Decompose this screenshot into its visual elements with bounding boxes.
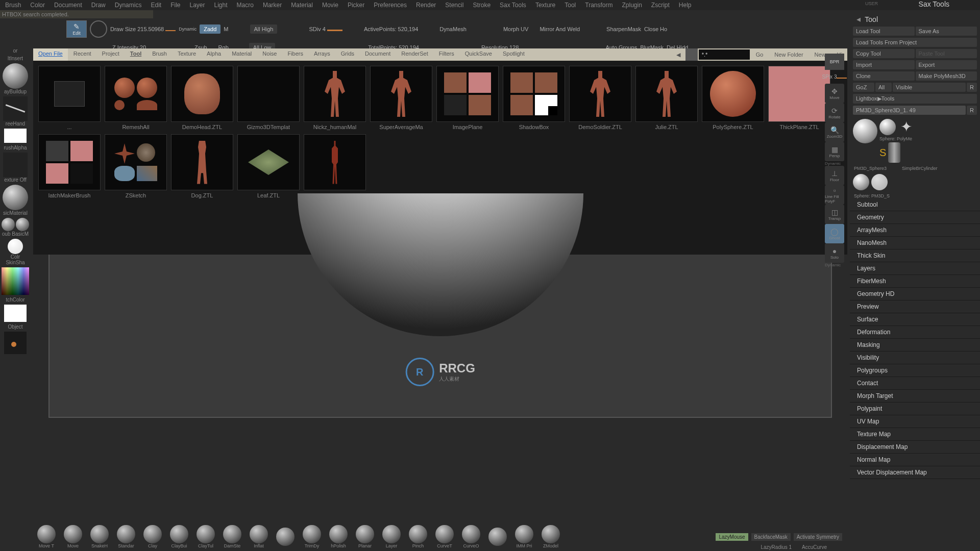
- lightbox-tab-filters[interactable]: Filters: [434, 48, 459, 61]
- lightbox-tab-arrays[interactable]: Arrays: [309, 48, 335, 61]
- section-surface[interactable]: Surface: [850, 313, 980, 326]
- viewport-transp-button[interactable]: ◫Transp: [825, 205, 844, 224]
- thumb-demosoldier-ztl[interactable]: DemoSoldier.ZTL: [569, 66, 631, 130]
- section-vector-displacement-map[interactable]: Vector Displacement Map: [850, 466, 980, 479]
- brush-clay[interactable]: Clay: [142, 525, 163, 548]
- brush-thumb[interactable]: ayBuildup: [1, 63, 30, 94]
- stroke-thumb[interactable]: reeHand: [1, 96, 30, 127]
- alpha-thumb[interactable]: rushAlpha: [1, 129, 30, 151]
- viewport-zoom3d-button[interactable]: 🔍Zoom3D: [825, 122, 844, 142]
- texture-thumb[interactable]: exture Off: [1, 153, 30, 183]
- goz-button[interactable]: GoZ: [853, 83, 874, 92]
- section-arraymesh[interactable]: ArrayMesh: [850, 224, 980, 237]
- brush-blank[interactable]: [275, 528, 296, 546]
- thumb-polysphere-ztl[interactable]: PolySphere.ZTL: [702, 66, 764, 130]
- section-uv-map[interactable]: UV Map: [850, 415, 980, 428]
- new-folder-button[interactable]: New Folder: [769, 49, 808, 60]
- lightbox-tab-renderset[interactable]: RenderSet: [396, 48, 433, 61]
- thumb-remeshall[interactable]: RemeshAll: [105, 66, 167, 130]
- section-normal-map[interactable]: Normal Map: [850, 454, 980, 466]
- dynamesh-button[interactable]: DynaMesh: [439, 26, 467, 32]
- menu-zplugin[interactable]: Zplugin: [622, 2, 642, 9]
- user-menu-name[interactable]: Sax Tools: [919, 0, 949, 8]
- menu-layer[interactable]: Layer: [189, 2, 205, 9]
- close-icon[interactable]: ◂: [856, 14, 861, 24]
- viewport-persp-button[interactable]: ▦Persp: [825, 142, 844, 161]
- lightbox-tab-brush[interactable]: Brush: [147, 48, 172, 61]
- thumb-leaf-ztl[interactable]: Leaf.ZTL: [237, 134, 300, 198]
- draw-size-slider[interactable]: Draw Size 215.50968: [110, 26, 176, 32]
- brush-trimdy[interactable]: TrimDy: [301, 525, 323, 548]
- menu-sax-tools[interactable]: Sax Tools: [500, 2, 526, 9]
- menu-document[interactable]: Document: [54, 2, 82, 9]
- import-button[interactable]: Import: [853, 60, 915, 69]
- brush-claytul[interactable]: ClayTul: [195, 525, 216, 548]
- morph-uv-button[interactable]: Morph UV: [503, 26, 529, 32]
- section-masking[interactable]: Masking: [850, 339, 980, 352]
- edit-mode-button[interactable]: ✎Edit: [66, 20, 87, 38]
- make-polymesh-button[interactable]: Make PolyMesh3D: [916, 71, 977, 81]
- brush-damste[interactable]: DamSte: [222, 525, 243, 548]
- goz-r-button[interactable]: R: [967, 83, 977, 92]
- viewport-line-fill-polyf-button[interactable]: ▫Line Fill PolyF: [825, 185, 844, 205]
- activate-symmetry-toggle[interactable]: Activate Symmetry: [794, 533, 842, 541]
- brush-inflat[interactable]: Inflat: [248, 525, 270, 548]
- brush-planar[interactable]: Planar: [354, 525, 376, 548]
- section-visibility[interactable]: Visibility: [850, 352, 980, 364]
- nav-fwd-icon[interactable]: ▶: [685, 48, 698, 61]
- viewport-ghost-button[interactable]: ◯Ghost: [825, 224, 844, 243]
- lightbox-tab-alpha[interactable]: Alpha: [202, 48, 226, 61]
- menu-texture[interactable]: Texture: [535, 2, 555, 9]
- menu-help[interactable]: Help: [679, 2, 692, 9]
- save-as-button[interactable]: Save As: [916, 27, 977, 36]
- thumb-superaveragema[interactable]: SuperAverageMa: [370, 66, 432, 130]
- draw-mode-button[interactable]: [90, 20, 107, 38]
- canvas-viewport[interactable]: R RRCG人人素材: [48, 255, 832, 418]
- menu-file[interactable]: File: [170, 2, 180, 9]
- load-project-button[interactable]: Load Tools From Project: [853, 38, 977, 47]
- lightbox-tab-recent[interactable]: Recent: [68, 48, 96, 61]
- dynamic-label[interactable]: Dynamic: [179, 27, 197, 32]
- tool-sphere-main[interactable]: [853, 119, 877, 143]
- thumb-ryan_kingslien_a[interactable]: Ryan_Kingslien_A: [304, 134, 366, 198]
- menu-zscript[interactable]: Zscript: [651, 2, 670, 9]
- spix-label[interactable]: SPix 3: [822, 74, 847, 80]
- brush-imm pri[interactable]: IMM Pri: [513, 525, 535, 548]
- brush-hpolish[interactable]: hPolish: [328, 525, 349, 548]
- viewport-move-button[interactable]: ✥Move: [825, 84, 844, 103]
- lightbox-tab-quicksave[interactable]: QuickSave: [460, 48, 497, 61]
- thumb-demohead-ztl[interactable]: DemoHead.ZTL: [171, 66, 233, 130]
- menu-edit[interactable]: Edit: [151, 2, 161, 9]
- thumb-zsketch[interactable]: ZSketch: [105, 134, 167, 198]
- lazy-radius[interactable]: LazyRadius 1: [761, 544, 792, 550]
- section-thick-skin[interactable]: Thick Skin: [850, 249, 980, 262]
- lightbox-tab-fibers[interactable]: Fibers: [282, 48, 308, 61]
- menu-preferences[interactable]: Preferences: [374, 2, 407, 9]
- tool-star-icon[interactable]: ✦: [898, 119, 914, 135]
- m-button[interactable]: M: [224, 26, 228, 32]
- viewport-floor-button[interactable]: ⊥Floor: [825, 166, 844, 185]
- copy-tool-button[interactable]: Copy Tool: [853, 49, 915, 58]
- lightbox-tab-tool[interactable]: Tool: [125, 48, 146, 61]
- section-contact[interactable]: Contact: [850, 377, 980, 390]
- sharpen-mask-button[interactable]: SharpenMask: [606, 26, 641, 32]
- brush-curveo[interactable]: CurveO: [460, 525, 482, 548]
- brush-pinch[interactable]: Pinch: [407, 525, 429, 548]
- menu-stroke[interactable]: Stroke: [473, 2, 491, 9]
- brush-zmodel[interactable]: ZModel: [540, 525, 561, 548]
- menu-picker[interactable]: Picker: [348, 2, 364, 9]
- clone-button[interactable]: Clone: [853, 71, 915, 81]
- menu-material[interactable]: Material: [291, 2, 313, 9]
- search-input[interactable]: [699, 49, 750, 60]
- thumb-gizmo3dtemplat[interactable]: Gizmo3DTemplat: [237, 66, 300, 130]
- nav-back-icon[interactable]: ◀: [672, 48, 684, 61]
- section-polygroups[interactable]: Polygroups: [850, 364, 980, 377]
- menu-tool[interactable]: Tool: [565, 2, 576, 9]
- section-layers[interactable]: Layers: [850, 262, 980, 275]
- section-fibermesh[interactable]: FiberMesh: [850, 275, 980, 288]
- brush-move[interactable]: Move: [62, 525, 84, 548]
- tool-r-button[interactable]: R: [967, 106, 977, 115]
- mirror-weld-button[interactable]: Mirror And Weld: [540, 26, 580, 32]
- thumb-thickplane-ztl[interactable]: ThickPlane.ZTL: [768, 66, 830, 130]
- section-subtool[interactable]: Subtool: [850, 198, 980, 211]
